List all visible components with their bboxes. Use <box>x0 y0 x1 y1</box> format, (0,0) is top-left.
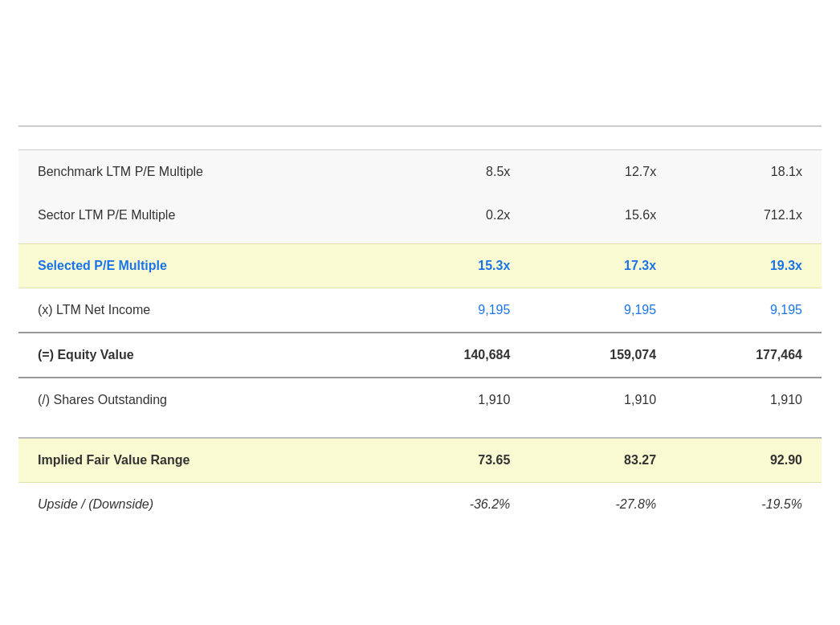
cell-label-shares-outstanding: (/) Shares Outstanding <box>18 378 384 422</box>
cell-label-equity-value: (=) Equity Value <box>18 333 384 378</box>
cell-label-sector: Sector LTM P/E Multiple <box>18 194 384 237</box>
cell-mid-benchmark: 12.7x <box>529 150 675 194</box>
cell-low-shares-outstanding: 1,910 <box>384 378 530 422</box>
cell-low-implied-fair-value: 73.65 <box>384 438 530 483</box>
cell-low-upside-downside: -36.2% <box>384 482 530 526</box>
cell-low-sector: 0.2x <box>384 194 530 237</box>
cell-low-ltm-net-income: 9,195 <box>384 288 530 333</box>
header-label-col <box>18 100 384 126</box>
cell-low-benchmark: 8.5x <box>384 150 530 194</box>
table-row-selected-pe: Selected P/E Multiple15.3x17.3x19.3x <box>18 243 822 288</box>
table-row-shares-outstanding: (/) Shares Outstanding1,9101,9101,910 <box>18 378 822 422</box>
cell-mid-sector: 15.6x <box>529 194 675 237</box>
cell-high-equity-value: 177,464 <box>675 333 822 378</box>
spacer-row-before-selected <box>18 237 822 243</box>
header-high <box>675 100 822 126</box>
cell-mid-selected-pe: 17.3x <box>529 243 675 288</box>
cell-mid-equity-value: 159,074 <box>529 333 675 378</box>
header-low <box>384 100 530 126</box>
cell-mid-ltm-net-income: 9,195 <box>529 288 675 333</box>
header-mid <box>529 100 675 126</box>
cell-label-ltm-net-income: (x) LTM Net Income <box>18 288 384 333</box>
table-row-benchmark: Benchmark LTM P/E Multiple8.5x12.7x18.1x <box>18 150 822 194</box>
table-row-ltm-net-income: (x) LTM Net Income9,1959,1959,195 <box>18 288 822 333</box>
cell-high-shares-outstanding: 1,910 <box>675 378 822 422</box>
cell-high-upside-downside: -19.5% <box>675 482 822 526</box>
cell-label-selected-pe: Selected P/E Multiple <box>18 243 384 288</box>
header-row <box>18 100 822 126</box>
header-spacer-row <box>18 126 822 150</box>
table-row-sector: Sector LTM P/E Multiple0.2x15.6x712.1x <box>18 194 822 237</box>
table-row-upside-downside: Upside / (Downside)-36.2%-27.8%-19.5% <box>18 482 822 526</box>
cell-high-selected-pe: 19.3x <box>675 243 822 288</box>
cell-low-selected-pe: 15.3x <box>384 243 530 288</box>
table-row-equity-value: (=) Equity Value140,684159,074177,464 <box>18 333 822 378</box>
cell-low-equity-value: 140,684 <box>384 333 530 378</box>
cell-mid-shares-outstanding: 1,910 <box>529 378 675 422</box>
cell-high-sector: 712.1x <box>675 194 822 237</box>
cell-high-benchmark: 18.1x <box>675 150 822 194</box>
cell-label-benchmark: Benchmark LTM P/E Multiple <box>18 150 384 194</box>
cell-label-upside-downside: Upside / (Downside) <box>18 482 384 526</box>
cell-mid-upside-downside: -27.8% <box>529 482 675 526</box>
cell-mid-implied-fair-value: 83.27 <box>529 438 675 483</box>
cell-high-implied-fair-value: 92.90 <box>675 438 822 483</box>
valuation-table: Benchmark LTM P/E Multiple8.5x12.7x18.1x… <box>18 100 822 526</box>
cell-high-ltm-net-income: 9,195 <box>675 288 822 333</box>
spacer-row-before-implied <box>18 422 822 438</box>
cell-label-implied-fair-value: Implied Fair Value Range <box>18 438 384 483</box>
main-container: Benchmark LTM P/E Multiple8.5x12.7x18.1x… <box>18 100 822 526</box>
table-row-implied-fair-value: Implied Fair Value Range73.6583.2792.90 <box>18 438 822 483</box>
